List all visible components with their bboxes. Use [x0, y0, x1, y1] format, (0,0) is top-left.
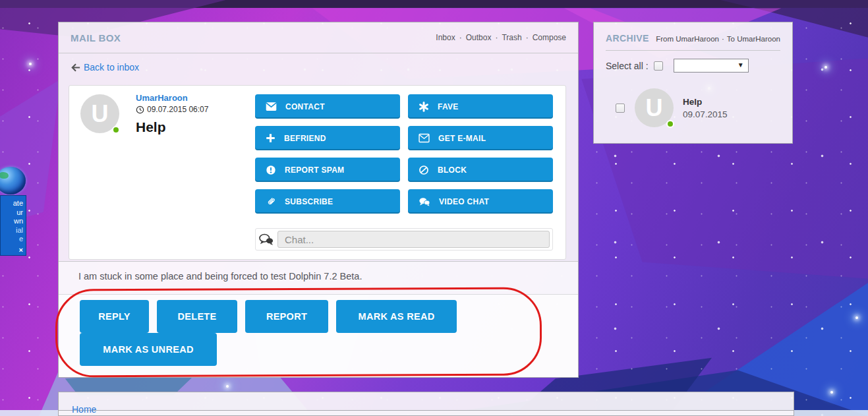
plus-icon [266, 133, 275, 143]
button-label: REPORT SPAM [285, 165, 344, 175]
avatar[interactable]: U [635, 88, 674, 127]
profile-actions-grid: CONTACT FAVE BEFRIEND GET E-MAIL REPORT … [255, 94, 553, 214]
report-button[interactable]: REPORT [245, 300, 328, 333]
button-label: SUBSCRIBE [285, 197, 333, 206]
befriend-button[interactable]: BEFRIEND [255, 126, 400, 150]
message-date: 09.07.2015 06:07 [147, 105, 208, 114]
actions-row-2: MARK AS UNREAD [80, 333, 578, 366]
button-label: CONTACT [285, 102, 325, 111]
item-checkbox[interactable] [616, 104, 625, 113]
fave-button[interactable]: FAVE [408, 94, 553, 119]
ad-text-fragment: ate [1, 199, 23, 208]
message-date-row: 09.07.2015 06:07 [136, 105, 208, 114]
back-link-label: Back to inbox [84, 62, 139, 73]
archive-filters: From UmarHaroon · To UmarHaroon [656, 35, 780, 43]
online-status-dot [112, 126, 120, 134]
ad-text-box: ate ur wn ial e × [0, 195, 26, 256]
bright-star [855, 316, 858, 319]
online-status-dot [666, 120, 674, 128]
archive-item-date: 09.07.2015 [683, 109, 728, 119]
ad-text-fragment: ial [1, 226, 23, 235]
chat-input[interactable] [277, 231, 550, 248]
tab-trash[interactable]: Trash [502, 33, 521, 42]
bright-star [830, 391, 833, 394]
report-spam-button[interactable]: REPORT SPAM [255, 158, 400, 182]
button-label: BLOCK [438, 165, 467, 175]
mark-as-read-button[interactable]: MARK AS READ [336, 300, 457, 333]
archive-header: ARCHIVE From UmarHaroon · To UmarHaroon [594, 22, 792, 50]
get-email-button[interactable]: GET E-MAIL [408, 126, 553, 150]
archive-title: ARCHIVE [606, 33, 649, 44]
paperclip-icon [266, 196, 276, 207]
mailbox-header: MAIL BOX Inbox · Outbox · Trash · Compos… [59, 22, 578, 53]
envelope-icon [266, 102, 277, 111]
mailbox-panel: MAIL BOX Inbox · Outbox · Trash · Compos… [58, 22, 579, 378]
contact-button[interactable]: CONTACT [255, 94, 400, 119]
bulk-action-dropdown[interactable]: ▼ [674, 59, 749, 73]
tab-compose[interactable]: Compose [533, 33, 566, 42]
avatar[interactable]: U [80, 94, 119, 133]
archive-controls: Select all : ▼ [594, 51, 792, 73]
bright-star [226, 385, 229, 388]
tab-outbox[interactable]: Outbox [466, 33, 492, 42]
avatar-letter: U [92, 100, 109, 128]
ad-text-fragment: e [1, 235, 23, 244]
back-row: Back to inbox [59, 53, 578, 74]
archive-list-item[interactable]: U Help 09.07.2015 [594, 88, 792, 127]
sender-block: UmarHaroon 09.07.2015 06:07 Help [136, 93, 208, 135]
ad-text-fragment: ur [1, 208, 23, 218]
back-arrow-icon [71, 63, 80, 72]
tab-separator: · [526, 33, 529, 42]
actions-row-1: REPLY DELETE REPORT MARK AS READ [80, 300, 578, 333]
filter-separator: · [722, 35, 724, 43]
reply-button[interactable]: REPLY [80, 300, 149, 333]
message-body: I am stuck in some place and being force… [78, 271, 362, 282]
globe-icon [0, 167, 26, 194]
home-link[interactable]: Home [72, 404, 96, 415]
exclamation-circle-icon [266, 165, 276, 175]
select-all-checkbox[interactable] [654, 61, 663, 71]
mailbox-tabs: Inbox · Outbox · Trash · Compose [436, 33, 566, 42]
block-button[interactable]: BLOCK [408, 158, 553, 182]
message-card: U UmarHaroon 09.07.2015 06:07 Help CONTA… [69, 85, 566, 260]
bright-star [29, 63, 32, 65]
button-label: GET E-MAIL [438, 134, 486, 143]
close-icon[interactable]: × [19, 247, 23, 254]
sender-name-link[interactable]: UmarHaroon [136, 93, 208, 103]
chevron-down-icon: ▼ [738, 61, 744, 69]
tab-separator: · [495, 33, 498, 42]
chat-bubbles-icon [419, 196, 430, 207]
asterisk-icon [419, 102, 429, 112]
subscribe-button[interactable]: SUBSCRIBE [255, 189, 400, 214]
archive-panel: ARCHIVE From UmarHaroon · To UmarHaroon … [593, 22, 793, 144]
envelope-outline-icon [419, 133, 430, 143]
button-label: BEFRIEND [284, 134, 326, 143]
page-title: MAIL BOX [71, 32, 121, 44]
chat-icon [258, 233, 274, 246]
bright-star [825, 66, 827, 69]
filter-from-link[interactable]: From UmarHaroon [656, 35, 719, 43]
message-subject: Help [136, 119, 208, 135]
filter-to-link[interactable]: To UmarHaroon [727, 35, 780, 43]
chat-row [255, 228, 553, 251]
message-actions-section: REPLY DELETE REPORT MARK AS READ MARK AS… [59, 294, 578, 377]
tab-inbox[interactable]: Inbox [436, 33, 455, 42]
button-label: VIDEO CHAT [439, 197, 489, 206]
block-icon [419, 165, 429, 175]
avatar-letter: U [646, 94, 663, 122]
divider [59, 410, 794, 411]
mark-as-unread-button[interactable]: MARK AS UNREAD [80, 333, 217, 366]
ad-widget: ate ur wn ial e × [0, 167, 26, 256]
video-chat-button[interactable]: VIDEO CHAT [408, 189, 553, 214]
clock-icon [136, 105, 144, 114]
delete-button[interactable]: DELETE [157, 300, 237, 333]
archive-item-subject[interactable]: Help [683, 97, 728, 107]
footer-panel: Home [58, 392, 794, 416]
message-body-section: I am stuck in some place and being force… [59, 261, 578, 294]
back-to-inbox-link[interactable]: Back to inbox [71, 62, 139, 73]
ad-text-fragment: wn [1, 217, 23, 226]
select-all-label: Select all : [606, 61, 649, 71]
button-label: FAVE [438, 102, 459, 111]
archive-item-text: Help 09.07.2015 [683, 97, 728, 119]
tab-separator: · [459, 33, 462, 42]
